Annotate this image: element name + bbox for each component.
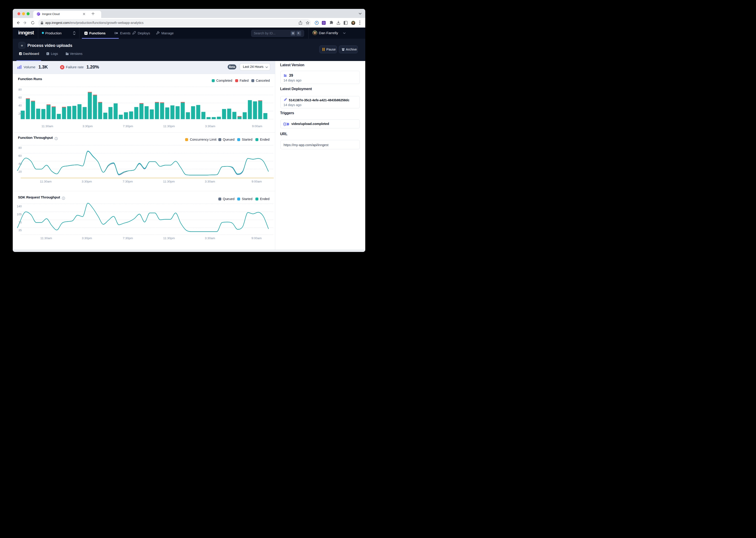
svg-text:11:30pm: 11:30pm xyxy=(163,180,175,183)
svg-text:80: 80 xyxy=(19,146,22,149)
svg-text:80: 80 xyxy=(19,88,22,91)
svg-text:7:30pm: 7:30pm xyxy=(122,237,133,240)
svg-text:60: 60 xyxy=(19,96,22,99)
svg-text:20: 20 xyxy=(19,112,22,115)
svg-text:11:30pm: 11:30pm xyxy=(163,125,175,128)
svg-text:11:30am: 11:30am xyxy=(40,180,52,183)
svg-text:70: 70 xyxy=(19,221,22,224)
svg-text:3:30am: 3:30am xyxy=(205,125,215,128)
svg-text:9:00am: 9:00am xyxy=(251,237,261,240)
svg-text:60: 60 xyxy=(19,154,22,157)
svg-text:140: 140 xyxy=(17,205,22,208)
svg-text:40: 40 xyxy=(19,162,22,165)
svg-text:3:30pm: 3:30pm xyxy=(82,125,93,128)
svg-text:3:30am: 3:30am xyxy=(205,237,215,240)
svg-text:3:30am: 3:30am xyxy=(205,180,215,183)
svg-text:40: 40 xyxy=(19,104,22,107)
svg-text:3:30pm: 3:30pm xyxy=(82,180,92,183)
svg-text:11:30pm: 11:30pm xyxy=(163,237,175,240)
svg-text:3:30pm: 3:30pm xyxy=(82,237,92,240)
svg-text:20: 20 xyxy=(19,170,22,173)
svg-text:7:30pm: 7:30pm xyxy=(123,125,133,128)
svg-text:105: 105 xyxy=(17,213,22,216)
svg-text:11:30am: 11:30am xyxy=(40,237,52,240)
svg-text:35: 35 xyxy=(19,229,22,232)
svg-text:11:30am: 11:30am xyxy=(41,125,53,128)
svg-text:7:30pm: 7:30pm xyxy=(122,180,133,183)
svg-text:9:00am: 9:00am xyxy=(252,125,262,128)
svg-text:9:00am: 9:00am xyxy=(252,180,262,183)
